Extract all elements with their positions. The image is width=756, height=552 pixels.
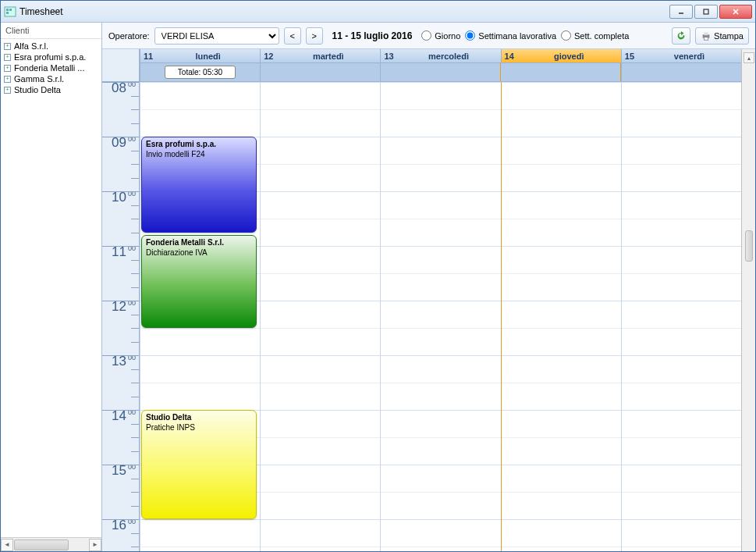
hour-label: 1400	[102, 408, 140, 424]
refresh-button[interactable]	[672, 27, 690, 45]
day-column[interactable]	[380, 82, 500, 551]
tree-item[interactable]: +Esra profumi s.p.a.	[1, 52, 101, 62]
svg-rect-5	[704, 9, 708, 14]
client-tree: +Alfa S.r.l. +Esra profumi s.p.a. +Fonde…	[1, 39, 101, 537]
next-button[interactable]: >	[306, 27, 323, 45]
prev-button[interactable]: <	[284, 27, 301, 45]
hour-label: 0900	[102, 135, 140, 151]
total-cell: Totale: 05:30	[140, 63, 260, 81]
day-column[interactable]: Esra profumi s.p.a.Invio modelli F24Fond…	[140, 82, 260, 551]
hour-label: 1100	[102, 244, 140, 260]
day-headers: 11lunedì12martedì13mercoledì14giovedì15v…	[140, 49, 741, 63]
sidebar: Clienti +Alfa S.r.l. +Esra profumi s.p.a…	[1, 23, 102, 551]
total-cell	[380, 63, 500, 81]
app-window: Timesheet Clienti +Alfa S.r.l. +Esra pro…	[0, 0, 756, 552]
view-fullweek-radio[interactable]: Sett. completa	[561, 30, 629, 41]
hour-label: 1300	[102, 354, 140, 369]
operator-label: Operatore:	[108, 31, 150, 41]
main: Operatore: VERDI ELISA < > 11 - 15 lugli…	[102, 23, 755, 551]
sidebar-scrollbar[interactable]: ◄ ►	[1, 537, 101, 551]
total-chip: Totale: 05:30	[165, 66, 236, 79]
total-cell	[500, 63, 621, 81]
calendar-grid: Esra profumi s.p.a.Invio modelli F24Fond…	[140, 82, 741, 551]
maximize-button[interactable]	[694, 5, 718, 19]
time-column: 080009001000110012001300140015001600	[102, 49, 140, 551]
scroll-up-icon[interactable]: ▴	[744, 52, 754, 63]
tree-item[interactable]: +Gamma S.r.l.	[1, 73, 101, 84]
titlebar: Timesheet	[1, 1, 755, 23]
day-header[interactable]: 11lunedì	[140, 49, 260, 63]
close-button[interactable]	[719, 5, 752, 19]
svg-rect-1	[6, 9, 9, 11]
svg-rect-2	[9, 9, 12, 11]
operator-select[interactable]: VERDI ELISA	[154, 27, 279, 45]
view-day-radio[interactable]: Giorno	[421, 30, 460, 41]
expand-icon[interactable]: +	[4, 54, 11, 61]
tree-item[interactable]: +Fonderia Metalli ...	[1, 62, 101, 73]
total-cell	[260, 63, 380, 81]
window-controls	[669, 5, 752, 19]
totals-row: Totale: 05:30	[140, 63, 741, 82]
scroll-thumb[interactable]	[14, 540, 69, 550]
day-header[interactable]: 14giovedì	[501, 49, 621, 63]
tree-item[interactable]: +Studio Delta	[1, 84, 101, 95]
day-header[interactable]: 13mercoledì	[380, 49, 500, 63]
scroll-thumb[interactable]	[745, 230, 753, 262]
scroll-track[interactable]	[14, 539, 88, 551]
day-header[interactable]: 15venerdì	[621, 49, 741, 63]
svg-rect-10	[704, 37, 708, 40]
refresh-icon	[676, 30, 687, 41]
scroll-left-icon[interactable]: ◄	[1, 539, 13, 551]
app-icon	[4, 5, 16, 18]
hour-label: 1600	[102, 518, 140, 533]
period-label: 11 - 15 luglio 2016	[332, 30, 413, 41]
total-cell	[621, 63, 741, 81]
calendar-event[interactable]: Fonderia Metalli S.r.l.Dichiarazione IVA	[141, 235, 257, 328]
tree-item[interactable]: +Alfa S.r.l.	[1, 41, 101, 52]
expand-icon[interactable]: +	[4, 76, 11, 83]
expand-icon[interactable]: +	[4, 65, 11, 72]
minimize-button[interactable]	[669, 5, 693, 19]
day-header[interactable]: 12martedì	[260, 49, 380, 63]
day-column[interactable]	[621, 82, 741, 551]
toolbar: Operatore: VERDI ELISA < > 11 - 15 lugli…	[102, 23, 755, 49]
svg-rect-3	[6, 12, 9, 14]
calendar-event[interactable]: Studio DeltaPratiche INPS	[141, 410, 257, 519]
calendar: 080009001000110012001300140015001600 11l…	[102, 49, 755, 551]
sidebar-header: Clienti	[1, 23, 101, 39]
window-title: Timesheet	[20, 6, 669, 17]
svg-rect-9	[704, 32, 708, 35]
printer-icon	[701, 30, 712, 41]
hour-label: 0800	[102, 80, 140, 96]
day-column[interactable]	[260, 82, 380, 551]
calendar-event[interactable]: Esra profumi s.p.a.Invio modelli F24	[141, 137, 257, 233]
scroll-right-icon[interactable]: ►	[89, 539, 101, 551]
view-workweek-radio[interactable]: Settimana lavorativa	[465, 30, 556, 41]
vertical-scrollbar[interactable]: ▴	[741, 49, 755, 551]
expand-icon[interactable]: +	[4, 87, 11, 94]
day-column[interactable]	[501, 82, 622, 551]
hour-label: 1200	[102, 299, 140, 315]
hour-label: 1000	[102, 190, 140, 205]
hour-label: 1500	[102, 463, 140, 479]
print-button[interactable]: Stampa	[695, 27, 749, 45]
body: Clienti +Alfa S.r.l. +Esra profumi s.p.a…	[1, 23, 755, 551]
expand-icon[interactable]: +	[4, 43, 11, 50]
